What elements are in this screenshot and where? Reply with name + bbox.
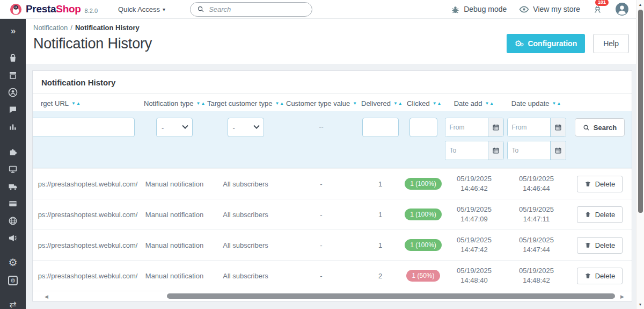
prestashop-penguin-icon (10, 3, 22, 16)
puzzle-piece-icon (8, 147, 18, 157)
debug-mode-button[interactable]: Debug mode (451, 5, 507, 14)
column-header-date-update[interactable]: Date update▼▲ (505, 99, 568, 107)
page-header: Notification/Notification History Notifi… (26, 19, 636, 64)
scroll-up-arrow[interactable]: ▲ (639, 3, 642, 6)
sort-icons[interactable]: ▼▲ (393, 101, 403, 106)
column-header-target-url[interactable]: rget URL▼▲ (33, 99, 143, 107)
search-icon (583, 124, 590, 131)
cell-date-add: 05/19/202514:46:42 (443, 174, 505, 193)
version-label: 8.2.0 (85, 8, 98, 14)
cell-delivered: 2 (357, 272, 403, 280)
cell-customer-type-value: - (285, 272, 357, 280)
bar-chart-icon (8, 122, 18, 132)
cell-date-update: 05/19/202514:47:11 (505, 205, 568, 224)
delete-button[interactable]: Delete (577, 206, 623, 223)
vertical-scrollbar-thumb[interactable] (638, 10, 643, 213)
calendar-button[interactable] (488, 141, 503, 160)
view-my-store-button[interactable]: View my store (519, 4, 580, 15)
cell-delivered: 1 (357, 211, 403, 219)
sort-icons[interactable]: ▼▲ (275, 101, 284, 106)
scroll-left-arrow[interactable]: ◀ (45, 294, 48, 299)
sidebar-item-modules[interactable] (8, 147, 18, 157)
sidebar-item-international[interactable] (8, 216, 18, 226)
gear-icon: ⚙ (8, 257, 17, 268)
sort-icons[interactable]: ▼▲ (353, 101, 357, 106)
notification-count-badge: 101 (595, 0, 609, 6)
gear-square-icon: ⚙ (8, 276, 18, 285)
delete-button[interactable]: Delete (577, 176, 623, 192)
scroll-down-arrow[interactable]: ▼ (639, 303, 642, 306)
cell-date-update: 05/19/202514:48:42 (505, 266, 568, 285)
cell-customer-type-value: - (285, 211, 357, 219)
megaphone-icon (8, 233, 18, 243)
sidebar: » (0, 19, 26, 309)
filter-customer-type-select[interactable]: - (228, 118, 264, 137)
column-header-clicked[interactable]: Clicked▼▲ (403, 99, 443, 107)
sidebar-item-orders[interactable] (8, 53, 18, 63)
column-header-customer-type-value[interactable]: Customer type value▼▲ (285, 99, 357, 107)
filter-delivered-input[interactable] (362, 118, 399, 137)
sidebar-item-customer-service[interactable] (8, 105, 18, 114)
cell-target-customer-type: All subscribers (206, 241, 285, 249)
chevron-down-icon (253, 123, 259, 129)
table-row: ps://prestashoptest.webkul.com/ Manual n… (33, 168, 632, 199)
column-header-delivered[interactable]: Delivered▼▲ (357, 99, 403, 107)
sidebar-item-catalog[interactable] (8, 70, 18, 80)
help-button[interactable]: Help (593, 34, 629, 53)
header-buttons: ⚙⚙ Configuration Help (507, 34, 629, 53)
sidebar-item-shipping[interactable] (8, 182, 18, 192)
sidebar-item-shop-parameters[interactable]: ⚙ (8, 257, 17, 268)
delete-button[interactable]: Delete (577, 268, 623, 284)
sort-icons[interactable]: ▼▲ (552, 101, 562, 106)
prestashop-logo[interactable]: PrestaShop 8.2.0 (10, 3, 98, 16)
credit-card-icon (8, 199, 18, 209)
sidebar-expand-button[interactable]: » (11, 26, 15, 37)
cell-target-customer-type: All subscribers (206, 211, 285, 219)
clicked-badge: 1 (100%) (405, 239, 442, 251)
sidebar-item-payment[interactable] (8, 199, 18, 209)
cell-date-update: 05/19/202514:46:44 (505, 174, 568, 193)
search-button[interactable]: Search (575, 118, 625, 136)
filter-notification-type-select[interactable]: - (156, 118, 193, 137)
search-input[interactable] (209, 5, 306, 13)
calendar-button[interactable] (550, 141, 566, 160)
column-header-notification-type[interactable]: Notification type▼▲ (143, 99, 206, 107)
sidebar-item-stats[interactable] (8, 122, 18, 132)
configuration-button[interactable]: ⚙⚙ Configuration (507, 34, 585, 53)
date-update-from-input[interactable] (508, 118, 550, 136)
sort-icons[interactable]: ▼▲ (196, 101, 206, 106)
quick-access-menu[interactable]: Quick Access ▾ (118, 5, 165, 13)
column-header-date-add[interactable]: Date add▼▲ (443, 99, 505, 107)
scroll-right-arrow[interactable]: ▶ (620, 294, 624, 299)
cell-date-add: 05/19/202514:47:42 (443, 235, 505, 254)
calendar-icon (492, 124, 500, 131)
sidebar-item-design[interactable] (8, 164, 18, 174)
trash-icon (584, 272, 591, 279)
notifications-button[interactable]: 101 (592, 2, 603, 17)
sidebar-item-customers[interactable] (8, 88, 18, 98)
sidebar-item-trade[interactable]: ⇄ (9, 299, 16, 309)
cell-target-customer-type: All subscribers (206, 272, 285, 280)
sort-icons[interactable]: ▼▲ (71, 101, 81, 106)
sidebar-item-marketing[interactable] (8, 233, 18, 243)
sidebar-item-advanced-parameters[interactable]: ⚙ (8, 276, 18, 285)
cell-target-url: ps://prestashoptest.webkul.com/ (33, 211, 143, 219)
calendar-button[interactable] (550, 118, 566, 136)
breadcrumb-parent[interactable]: Notification (33, 24, 68, 32)
calendar-button[interactable] (488, 118, 503, 136)
trash-icon (584, 181, 591, 188)
filter-target-url-input[interactable] (32, 118, 135, 137)
sort-icons[interactable]: ▼▲ (485, 101, 494, 106)
delete-button[interactable]: Delete (577, 237, 623, 254)
trash-icon (584, 211, 591, 218)
user-avatar[interactable] (615, 2, 629, 16)
horizontal-scrollbar-thumb[interactable] (167, 293, 615, 299)
filter-clicked-input[interactable] (409, 118, 437, 137)
date-update-to-input[interactable] (508, 141, 550, 160)
date-add-to-input[interactable] (445, 141, 488, 160)
filter-date-add-from (445, 118, 504, 137)
column-header-target-customer-type[interactable]: Target customer type▼▲ (206, 99, 285, 107)
date-add-from-input[interactable] (445, 118, 488, 136)
notification-history-panel: Notification History rget URL▼▲ Notifica… (32, 70, 632, 301)
sort-icons[interactable]: ▼▲ (433, 101, 442, 106)
